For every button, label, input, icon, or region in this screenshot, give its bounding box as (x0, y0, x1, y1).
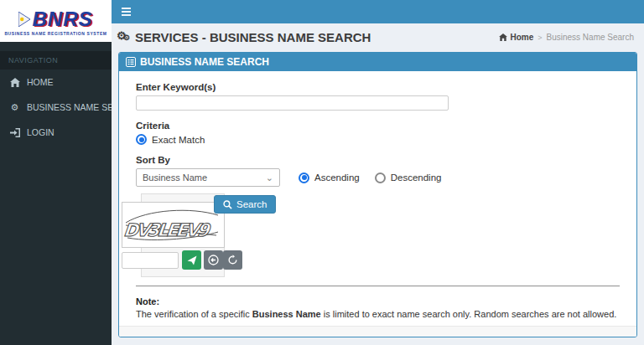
panel-header: BUSINESS NAME SEARCH (119, 53, 636, 71)
gears-icon: ⚙ (9, 103, 20, 111)
search-button[interactable]: Search (214, 195, 276, 214)
note-title: Note: (136, 296, 620, 306)
philippine-flag-icon (18, 12, 30, 27)
sidebar-item-label: LOGIN (27, 127, 55, 137)
search-button-label: Search (236, 199, 267, 209)
criteria-options: Exact Match (136, 134, 620, 145)
sort-direction-options: Ascending Descending (299, 172, 441, 183)
ascending-radio[interactable] (299, 172, 309, 183)
panel-body: Enter Keyword(s) Criteria Exact Match So… (119, 71, 636, 326)
captcha-refresh-button[interactable] (223, 250, 242, 270)
sidebar-item-label: HOME (27, 77, 54, 87)
descending-label: Descending (391, 172, 442, 183)
refresh-icon (227, 255, 238, 265)
sort-row: Business Name ⌄ Ascending Descending (136, 168, 620, 187)
logo-text: BNRS (32, 8, 92, 30)
criteria-label: Criteria (136, 121, 620, 131)
captcha-text: DV3LEEV9 (122, 219, 212, 240)
descending-radio[interactable] (375, 172, 386, 183)
breadcrumb-home-link[interactable]: Home (499, 33, 533, 42)
captcha-input[interactable] (122, 252, 179, 269)
app-logo[interactable]: BNRS BNRS BUSINESS NAME REGISTRATION SYS… (0, 0, 112, 42)
list-alt-icon (126, 57, 136, 67)
exact-match-label: Exact Match (152, 135, 205, 145)
sort-by-label: Sort By (136, 155, 620, 165)
content-header: ⚙ ⚙ SERVICES - BUSINESS NAME SEARCH Home… (112, 23, 644, 48)
captcha-zone: DV3LEEV9 Search (136, 193, 620, 286)
page-title: ⚙ ⚙ SERVICES - BUSINESS NAME SEARCH (117, 30, 371, 44)
keyword-label: Enter Keyword(s) (136, 82, 620, 92)
sort-by-select[interactable]: Business Name ⌄ (136, 168, 280, 187)
home-icon (499, 33, 507, 41)
page-title-text: SERVICES - BUSINESS NAME SEARCH (135, 30, 371, 44)
sidebar: BNRS BNRS BUSINESS NAME REGISTRATION SYS… (0, 0, 112, 345)
divider (136, 286, 620, 286)
keyword-input[interactable] (136, 95, 449, 111)
exact-match-radio[interactable] (136, 134, 147, 145)
sign-in-icon (9, 128, 20, 137)
captcha-audio-button[interactable] (204, 250, 223, 270)
sort-by-selected-value: Business Name (143, 172, 207, 183)
home-icon (9, 78, 20, 87)
breadcrumb: Home > Business Name Search (499, 33, 636, 42)
sidebar-item-login[interactable]: LOGIN (0, 120, 112, 145)
chevron-down-icon: ⌄ (266, 175, 273, 180)
sidebar-item-business-name-services[interactable]: ⚙ BUSINESS NAME SERVICES ‹ (0, 95, 112, 120)
business-name-search-panel: BUSINESS NAME SEARCH Enter Keyword(s) Cr… (118, 52, 637, 337)
breadcrumb-separator: > (538, 33, 542, 42)
sidebar-section-label: NAVIGATION (0, 51, 112, 70)
note-bold-term: Business Name (252, 309, 321, 319)
sidebar-menu: HOME ⚙ BUSINESS NAME SERVICES ‹ LOGIN (0, 70, 112, 145)
search-icon (223, 200, 232, 209)
breadcrumb-current: Business Name Search (547, 33, 635, 42)
hamburger-menu-icon[interactable] (112, 0, 140, 23)
panel-footer (119, 326, 636, 337)
note-text: The verification of a specific Business … (136, 309, 620, 319)
top-navbar (112, 0, 644, 23)
captcha-submit-button[interactable] (182, 250, 201, 270)
cogs-icon: ⚙ ⚙ (117, 31, 132, 44)
main-content: ⚙ ⚙ SERVICES - BUSINESS NAME SEARCH Home… (112, 23, 644, 345)
captcha-image: DV3LEEV9 (122, 202, 225, 248)
paper-plane-icon (187, 255, 197, 265)
arrow-circle-icon (208, 255, 219, 265)
logo-subtitle: BUSINESS NAME REGISTRATION SYSTEM (4, 31, 106, 36)
sidebar-item-home[interactable]: HOME (0, 70, 112, 95)
ascending-label: Ascending (314, 172, 360, 183)
panel-title: BUSINESS NAME SEARCH (140, 56, 269, 68)
